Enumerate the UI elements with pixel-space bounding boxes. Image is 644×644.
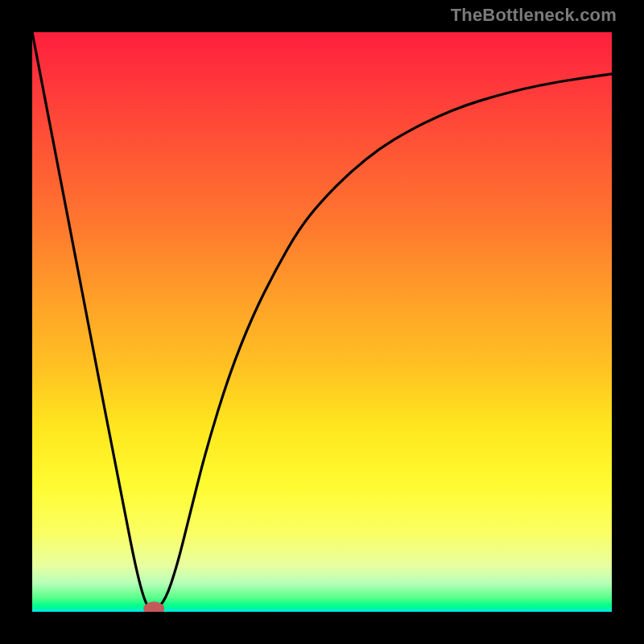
bottleneck-curve-svg [32,32,612,612]
chart-frame: TheBottleneck.com [0,0,644,644]
watermark-label: TheBottleneck.com [451,5,617,26]
bottleneck-marker [143,601,164,612]
plot-area [32,32,612,612]
bottleneck-curve [32,32,612,609]
